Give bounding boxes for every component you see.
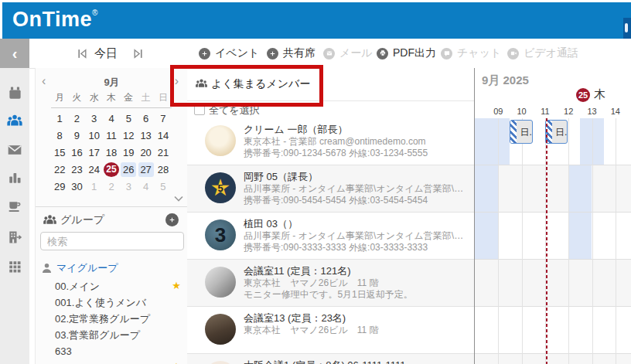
calendar-day[interactable]: 27 bbox=[137, 161, 154, 178]
calendar-day[interactable]: 3 bbox=[120, 178, 137, 195]
select-all-label: 全てを選択 bbox=[209, 104, 260, 117]
member-detail-line: 品川事業所 - オンタイム事業部\オンタイム営業部\営業... bbox=[244, 230, 469, 242]
member-row[interactable]: ★ 5 岡野 05（課長） 品川事業所 - オンタイム事業部\オンタイム営業部\… bbox=[187, 165, 474, 213]
calendar-day[interactable]: 25 bbox=[103, 161, 120, 178]
chat-circle-icon bbox=[441, 48, 452, 60]
calendar-day[interactable]: 13 bbox=[137, 127, 154, 144]
calendar-day[interactable]: 16 bbox=[68, 144, 85, 161]
today-button[interactable]: 今日 bbox=[94, 46, 118, 61]
calendar-day[interactable]: 18 bbox=[103, 144, 120, 161]
statistics-nav-button[interactable] bbox=[0, 168, 29, 188]
event-block[interactable]: 日.. bbox=[510, 120, 532, 144]
calendar-day[interactable]: 12 bbox=[120, 127, 137, 144]
app-window: OnTime® 今日 イベント 共有席 メール PDF出力 チャット bbox=[0, 0, 631, 364]
member-row[interactable]: ★ 会議室13 (定員：23名) 東京本社 ヤマノ26ビル 11 階 bbox=[187, 307, 474, 354]
calendar-day[interactable]: 4 bbox=[103, 110, 120, 127]
calendar-day[interactable]: 11 bbox=[103, 127, 120, 144]
favorite-star-icon[interactable]: ★ bbox=[172, 280, 181, 291]
calendar-day[interactable]: 23 bbox=[68, 161, 85, 178]
hour-gridline bbox=[592, 118, 593, 364]
person-icon bbox=[43, 264, 51, 273]
group-search-input[interactable] bbox=[40, 232, 184, 250]
calendar-day[interactable]: 19 bbox=[120, 144, 137, 161]
calendar-day[interactable]: 6 bbox=[137, 110, 154, 127]
office-out-nav-button[interactable] bbox=[0, 227, 29, 247]
member-name: クリーム 一郎（部長） bbox=[244, 123, 469, 136]
group-list: 00.メイン ★ 001.よく使うメンバ ★ 02.定常業務グループ ★ 03.… bbox=[36, 278, 188, 364]
calendar-day[interactable]: 4 bbox=[137, 178, 154, 195]
calendar-day[interactable]: 5 bbox=[120, 110, 137, 127]
calendar-day[interactable]: 17 bbox=[86, 144, 103, 161]
member-row[interactable]: ★ クリーム 一郎（部長） 東京本社 - 営業部 cream@ontimedem… bbox=[187, 118, 474, 165]
collapse-sidebar-button[interactable]: ‹ bbox=[0, 39, 29, 68]
member-row[interactable]: ★ 会議室11 (定員：121名) 東京本社 ヤマノ26ビル 11 階 モニター… bbox=[187, 260, 474, 307]
group-item-label: 00.メイン bbox=[55, 280, 100, 294]
group-item[interactable]: 001.よく使うメンバ ★ bbox=[36, 294, 188, 311]
next-day-button[interactable] bbox=[132, 46, 144, 61]
group-item[interactable]: 633 ★ bbox=[36, 343, 188, 359]
group-item-label: 03.営業部グループ bbox=[55, 328, 140, 342]
group-item[interactable]: 03.営業部グループ ★ bbox=[36, 327, 188, 343]
favorite-star-icon[interactable]: ★ bbox=[172, 361, 181, 364]
group-item[interactable]: 02.定常業務グループ ★ bbox=[36, 311, 188, 327]
availability-band bbox=[475, 118, 510, 165]
avatar-text: 3 bbox=[205, 219, 236, 250]
today-badge: 25 bbox=[576, 88, 590, 102]
member-row[interactable]: ★ 大阪会議1 (定員：8名) 06-1111-1111 bbox=[187, 354, 474, 364]
group-item[interactable]: 00.メイン ★ bbox=[36, 278, 188, 294]
calendar-day[interactable]: 15 bbox=[51, 144, 68, 161]
pdf-export-button[interactable]: PDF出力 bbox=[377, 46, 436, 61]
member-list-title: よく集まるメンバー bbox=[211, 77, 310, 91]
calendar-day[interactable]: 7 bbox=[155, 110, 172, 127]
people-nav-button[interactable] bbox=[0, 111, 29, 131]
calendar-day[interactable]: 2 bbox=[103, 178, 120, 195]
calendar-day[interactable]: 20 bbox=[137, 144, 154, 161]
prev-day-button[interactable] bbox=[77, 46, 88, 61]
weekday-label: 土 bbox=[137, 91, 154, 104]
calendar-day[interactable]: 30 bbox=[68, 178, 85, 195]
member-info: 岡野 05（課長） 品川事業所 - オンタイム事業部\オンタイム営業部\営業..… bbox=[244, 170, 469, 206]
member-row[interactable]: ★ 3 植田 03（） 品川事業所 - オンタイム事業部\オンタイム営業部\営業… bbox=[187, 213, 474, 260]
mail-nav-button[interactable] bbox=[0, 140, 29, 160]
navigation-rail: ‹ bbox=[0, 39, 29, 364]
calendar-day[interactable]: 5 bbox=[155, 178, 172, 195]
group-item[interactable]: A.C ★ bbox=[36, 359, 188, 364]
calendar-day[interactable]: 10 bbox=[86, 127, 103, 144]
calendar-day[interactable]: 1 bbox=[51, 110, 68, 127]
plus-icon bbox=[169, 216, 176, 223]
next-month-icon[interactable]: › bbox=[175, 74, 179, 88]
calendar-nav-button[interactable] bbox=[0, 83, 29, 103]
member-info: 植田 03（） 品川事業所 - オンタイム事業部\オンタイム営業部\営業... … bbox=[244, 217, 469, 253]
group-item-label: 02.定常業務グループ bbox=[55, 312, 150, 326]
create-event-button[interactable]: イベント bbox=[199, 46, 259, 61]
calendar-day[interactable]: 8 bbox=[51, 127, 68, 144]
apps-nav-button[interactable] bbox=[0, 257, 29, 277]
shared-seat-button[interactable]: 共有席 bbox=[267, 46, 316, 61]
calendar-collapse-button[interactable] bbox=[174, 192, 183, 206]
calendar-day[interactable]: 26 bbox=[120, 161, 137, 178]
mini-calendar-header: ‹ 9月 › bbox=[36, 76, 188, 90]
calendar-day[interactable]: 3 bbox=[86, 110, 103, 127]
calendar-day[interactable]: 14 bbox=[155, 127, 172, 144]
event-block[interactable]: 日.. bbox=[545, 120, 568, 144]
availability-band bbox=[475, 213, 498, 259]
member-name: 岡野 05（課長） bbox=[244, 170, 469, 183]
calendar-day[interactable]: 2 bbox=[68, 110, 85, 127]
select-all-checkbox[interactable] bbox=[194, 104, 205, 115]
my-groups-header[interactable]: マイグループ bbox=[43, 262, 118, 274]
hour-gridline bbox=[616, 118, 616, 364]
calendar-day[interactable]: 21 bbox=[155, 144, 172, 161]
timeline-panel: 9月 2025 25 木 091011121314 日..日.. bbox=[474, 68, 631, 364]
weekday-label: 月 bbox=[51, 91, 68, 104]
calendar-day[interactable]: 29 bbox=[51, 178, 68, 195]
calendar-day[interactable]: 22 bbox=[51, 161, 68, 178]
break-room-nav-button[interactable] bbox=[0, 196, 29, 216]
member-detail-line: 携帯番号:090-5454-5454 外線:03-5454-5454 bbox=[244, 195, 469, 206]
add-group-button[interactable] bbox=[165, 213, 179, 226]
calendar-day[interactable]: 24 bbox=[86, 161, 103, 178]
calendar-day[interactable]: 9 bbox=[68, 127, 85, 144]
profile-avatar[interactable] bbox=[623, 18, 631, 39]
calendar-day[interactable]: 1 bbox=[86, 178, 103, 195]
calendar-day[interactable]: 28 bbox=[155, 161, 172, 178]
add-circle-icon bbox=[267, 48, 278, 60]
